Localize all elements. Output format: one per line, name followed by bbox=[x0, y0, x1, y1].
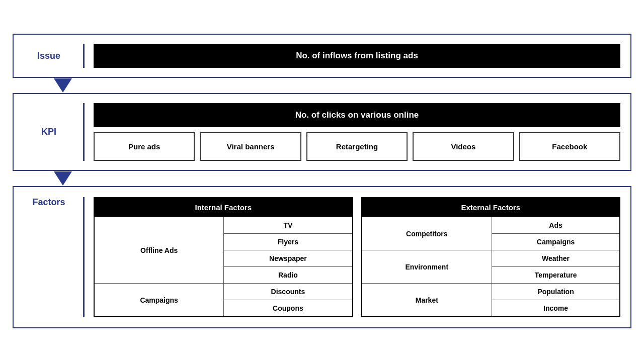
table-row: Environment Weather bbox=[362, 250, 620, 267]
kpi-section: KPI No. of clicks on various online Pure… bbox=[13, 93, 631, 171]
kpi-content: No. of clicks on various online Pure ads… bbox=[94, 103, 620, 161]
temperature-cell: Temperature bbox=[492, 267, 620, 284]
arrow-2 bbox=[13, 171, 631, 186]
tv-cell: TV bbox=[224, 217, 353, 234]
environment-cell: Environment bbox=[362, 250, 492, 284]
arrow-1 bbox=[13, 78, 631, 93]
internal-factors-table: Internal Factors Offline Ads TV Flyers N… bbox=[94, 197, 353, 317]
kpi-banner: No. of clicks on various online bbox=[94, 103, 620, 127]
kpi-divider bbox=[83, 103, 85, 161]
kpi-box-4: Facebook bbox=[519, 132, 620, 161]
kpi-sub-boxes: Pure ads Viral banners Retargeting Video… bbox=[94, 132, 620, 161]
newspaper-cell: Newspaper bbox=[224, 250, 353, 267]
discounts-cell: Discounts bbox=[224, 284, 353, 300]
factors-label: Factors bbox=[24, 197, 74, 208]
issue-section: Issue No. of inflows from listing ads bbox=[13, 34, 631, 78]
income-cell: Income bbox=[492, 300, 620, 317]
kpi-box-2: Retargeting bbox=[306, 132, 408, 161]
issue-divider bbox=[83, 44, 85, 68]
external-factors-table: External Factors Competitors Ads Campaig… bbox=[361, 197, 621, 317]
coupons-cell: Coupons bbox=[224, 300, 353, 317]
internal-header: Internal Factors bbox=[94, 198, 353, 217]
kpi-label: KPI bbox=[24, 127, 74, 137]
factors-divider bbox=[83, 197, 85, 317]
issue-label: Issue bbox=[24, 51, 74, 61]
internal-factors-wrapper: Internal Factors Offline Ads TV Flyers N… bbox=[94, 197, 353, 317]
issue-content: No. of inflows from listing ads bbox=[94, 44, 620, 68]
table-row: Market Population bbox=[362, 284, 620, 300]
main-container: Issue No. of inflows from listing ads KP… bbox=[13, 34, 631, 328]
factors-content: Internal Factors Offline Ads TV Flyers N… bbox=[94, 197, 620, 317]
ads-cell: Ads bbox=[492, 217, 620, 234]
flyers-cell: Flyers bbox=[224, 234, 353, 250]
issue-banner: No. of inflows from listing ads bbox=[94, 44, 620, 68]
weather-cell: Weather bbox=[492, 250, 620, 267]
arrow-down-icon-1 bbox=[54, 78, 72, 93]
market-cell: Market bbox=[362, 284, 492, 317]
arrow-down-icon-2 bbox=[54, 171, 72, 186]
competitors-cell: Competitors bbox=[362, 217, 492, 250]
external-header: External Factors bbox=[362, 198, 620, 217]
population-cell: Population bbox=[492, 284, 620, 300]
kpi-box-1: Viral banners bbox=[200, 132, 301, 161]
radio-cell: Radio bbox=[224, 267, 353, 284]
table-row: Campaigns Discounts bbox=[94, 284, 353, 300]
factors-section: Factors Internal Factors Offline Ads TV bbox=[13, 186, 631, 328]
campaigns-ext-cell: Campaigns bbox=[492, 234, 620, 250]
kpi-box-0: Pure ads bbox=[94, 132, 195, 161]
offline-ads-cell: Offline Ads bbox=[94, 217, 224, 284]
kpi-box-3: Videos bbox=[413, 132, 514, 161]
campaigns-cell-internal: Campaigns bbox=[94, 284, 224, 317]
table-row: Offline Ads TV bbox=[94, 217, 353, 234]
table-row: Competitors Ads bbox=[362, 217, 620, 234]
external-factors-wrapper: External Factors Competitors Ads Campaig… bbox=[361, 197, 621, 317]
